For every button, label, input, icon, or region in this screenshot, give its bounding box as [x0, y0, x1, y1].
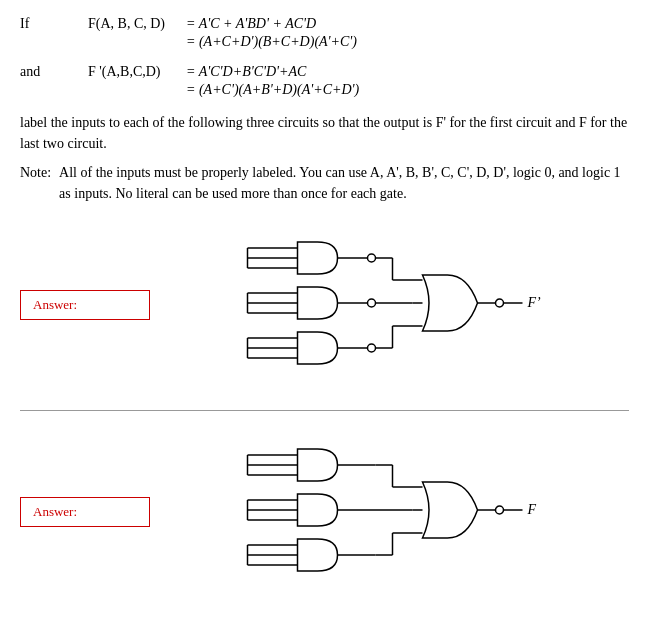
- description-text: label the inputs to each of the followin…: [20, 112, 629, 154]
- eq2-line2: = (A+C')(A+B'+D)(A'+C+D'): [186, 82, 359, 98]
- circuit2-container: Answer:: [20, 427, 629, 597]
- circuit2-output-label: F: [527, 502, 537, 517]
- eq1-line1: = A'C + A'BD' + AC'D: [186, 16, 357, 32]
- svg-point-55: [496, 506, 504, 514]
- circuit2-answer-box[interactable]: Answer:: [20, 497, 150, 527]
- func2-label: F '(A,B,C,D): [88, 64, 178, 80]
- circuit2-diagram: F: [166, 427, 629, 597]
- svg-point-30: [496, 299, 504, 307]
- eq2-line1: = A'C'D+B'C'D'+AC: [186, 64, 359, 80]
- circuit1-diagram: F’: [166, 220, 629, 390]
- svg-point-20: [368, 344, 376, 352]
- note-label: Note:: [20, 162, 51, 204]
- circuit2-answer-label: Answer:: [33, 504, 77, 519]
- if-label: If: [20, 16, 80, 32]
- eq1-line2: = (A+C+D')(B+C+D)(A'+C'): [186, 34, 357, 50]
- and-label: and: [20, 64, 80, 80]
- circuit1-answer-box[interactable]: Answer:: [20, 290, 150, 320]
- svg-point-13: [368, 299, 376, 307]
- func1-label: F(A, B, C, D): [88, 16, 178, 32]
- svg-point-6: [368, 254, 376, 262]
- circuit1-output-label: F’: [527, 295, 542, 310]
- circuit1-container: Answer:: [20, 220, 629, 390]
- note-text: All of the inputs must be properly label…: [59, 162, 629, 204]
- circuit-divider: [20, 410, 629, 411]
- circuit1-answer-label: Answer:: [33, 297, 77, 312]
